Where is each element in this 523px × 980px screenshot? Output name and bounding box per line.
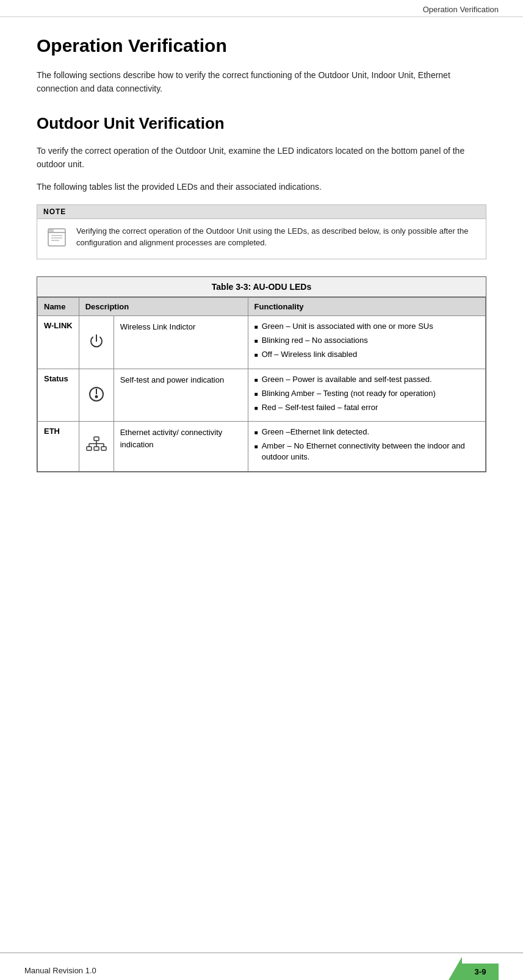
led-description: Self-test and power indication xyxy=(114,369,248,422)
note-text: Verifying the correct operation of the O… xyxy=(76,225,477,249)
col-header-desc: Description xyxy=(79,297,248,315)
table-row: W-LINK Wireless Link IndictorGreen – Uni… xyxy=(38,315,486,369)
header-title: Operation Verification xyxy=(423,5,499,14)
functionality-item: Green – Power is available and self-test… xyxy=(254,374,479,385)
svg-rect-9 xyxy=(94,437,99,441)
col-header-name: Name xyxy=(38,297,79,315)
svg-rect-5 xyxy=(49,229,54,232)
led-name: ETH xyxy=(38,422,79,472)
led-icon xyxy=(79,422,114,472)
svg-rect-10 xyxy=(87,447,92,450)
intro-text: The following sections describe how to v… xyxy=(37,68,486,96)
note-label: NOTE xyxy=(37,205,486,219)
functionality-item: Blinking Amber – Testing (not ready for … xyxy=(254,388,479,399)
functionality-item: Green – Unit is associated with one or m… xyxy=(254,321,479,332)
led-icon xyxy=(79,369,114,422)
footer-revision: Manual Revision 1.0 xyxy=(24,966,96,980)
section-title: Outdoor Unit Verification xyxy=(37,114,486,133)
footer-right: 3-9 xyxy=(449,957,499,980)
section-intro-2: The following tables list the provided L… xyxy=(37,180,486,193)
section-intro-1: To verify the correct operation of the O… xyxy=(37,144,486,171)
col-header-func: Functionality xyxy=(248,297,485,315)
note-box: NOTE Verifying the correct operation of … xyxy=(37,204,486,259)
functionality-item: Green –Ethernet link detected. xyxy=(254,427,479,438)
led-functionality: Green – Unit is associated with one or m… xyxy=(248,315,485,369)
led-functionality: Green – Power is available and self-test… xyxy=(248,369,485,422)
footer-page-number: 3-9 xyxy=(462,964,499,980)
svg-rect-12 xyxy=(101,447,106,450)
led-name: Status xyxy=(38,369,79,422)
functionality-item: Off – Wireless link disabled xyxy=(254,349,479,360)
table-row: Status Self-test and power indicationGre… xyxy=(38,369,486,422)
page-title: Operation Verification xyxy=(37,35,486,56)
led-icon xyxy=(79,315,114,369)
note-icon xyxy=(46,226,68,253)
led-functionality: Green –Ethernet link detected.Amber – No… xyxy=(248,422,485,472)
footer-corner-decoration xyxy=(449,957,462,980)
header-bar: Operation Verification xyxy=(0,0,523,17)
functionality-item: Amber – No Ethernet connectivity between… xyxy=(254,441,479,463)
functionality-item: Red – Self-test failed – fatal error xyxy=(254,402,479,413)
svg-point-8 xyxy=(95,395,97,397)
functionality-item: Blinking red – No associations xyxy=(254,335,479,346)
footer: Manual Revision 1.0 3-9 xyxy=(0,953,523,980)
table-title: Table 3-3: AU-ODU LEDs xyxy=(37,277,486,297)
svg-rect-11 xyxy=(94,447,99,450)
led-table: Name Description Functionality W-LINK Wi… xyxy=(37,297,486,472)
led-name: W-LINK xyxy=(38,315,79,369)
table-row: ETH Ethernet activity/ connectivity indi… xyxy=(38,422,486,472)
led-description: Ethernet activity/ connectivity indicati… xyxy=(114,422,248,472)
led-description: Wireless Link Indictor xyxy=(114,315,248,369)
led-table-container: Table 3-3: AU-ODU LEDs Name Description … xyxy=(37,276,486,472)
